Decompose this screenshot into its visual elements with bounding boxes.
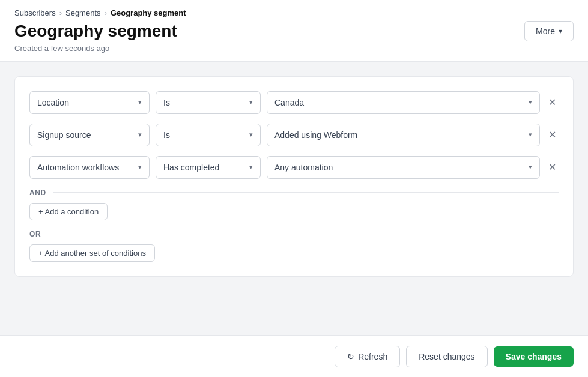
condition-2-type-value: Signup source <box>37 130 91 140</box>
breadcrumb-current: Geography segment <box>111 8 186 17</box>
page-subtitle: Created a few seconds ago <box>14 44 177 53</box>
condition-2-operator-value: Is <box>163 130 170 140</box>
condition-3-value-text: Any automation <box>274 163 333 172</box>
refresh-button[interactable]: ↻ Refresh <box>335 346 400 367</box>
condition-row-2: Signup source ▾ Is ▾ Added using Webform… <box>29 124 559 146</box>
refresh-icon: ↻ <box>347 352 354 361</box>
refresh-label: Refresh <box>358 352 387 361</box>
condition-1-operator-select[interactable]: Is ▾ <box>156 91 261 114</box>
condition-3-type-select[interactable]: Automation workflows ▾ <box>29 156 150 179</box>
condition-3-value-select[interactable]: Any automation ▾ <box>267 156 540 179</box>
chevron-down-icon: ▾ <box>249 98 253 106</box>
condition-1-remove-button[interactable]: ✕ <box>546 95 559 110</box>
breadcrumb-segments[interactable]: Segments <box>65 8 101 17</box>
add-another-conditions-button[interactable]: + Add another set of conditions <box>29 244 155 262</box>
footer-actions: ↻ Refresh Reset changes Save changes <box>0 336 588 377</box>
breadcrumb-subscribers[interactable]: Subscribers <box>14 8 56 17</box>
condition-1-operator-value: Is <box>163 98 170 107</box>
condition-2-value-text: Added using Webform <box>274 130 357 140</box>
chevron-down-icon: ▾ <box>249 131 253 139</box>
add-condition-label: + Add a condition <box>38 207 99 216</box>
condition-2-operator-select[interactable]: Is ▾ <box>156 124 261 146</box>
breadcrumb-sep-2: › <box>105 8 107 17</box>
add-condition-button[interactable]: + Add a condition <box>29 203 108 220</box>
save-label: Save changes <box>506 352 562 361</box>
chevron-down-icon: ▾ <box>138 163 142 171</box>
chevron-down-icon: ▾ <box>529 98 532 106</box>
chevron-down-icon: ▾ <box>529 163 532 171</box>
breadcrumb: Subscribers › Segments › Geography segme… <box>14 8 574 17</box>
chevron-down-icon: ▾ <box>559 27 562 35</box>
more-button[interactable]: More ▾ <box>524 21 574 41</box>
condition-3-operator-select[interactable]: Has completed ▾ <box>156 156 261 179</box>
more-label: More <box>536 26 555 36</box>
condition-1-value-select[interactable]: Canada ▾ <box>267 91 540 114</box>
chevron-down-icon: ▾ <box>138 98 142 106</box>
condition-3-remove-button[interactable]: ✕ <box>546 160 559 175</box>
condition-row-1: Location ▾ Is ▾ Canada ▾ ✕ <box>29 91 559 114</box>
page-title: Geography segment <box>14 21 177 41</box>
condition-3-operator-value: Has completed <box>163 163 219 172</box>
reset-changes-button[interactable]: Reset changes <box>406 346 487 367</box>
add-another-label: + Add another set of conditions <box>38 249 146 258</box>
chevron-down-icon: ▾ <box>138 131 142 139</box>
condition-2-remove-button[interactable]: ✕ <box>546 128 559 142</box>
condition-1-type-value: Location <box>37 98 69 107</box>
segment-card: Location ▾ Is ▾ Canada ▾ ✕ <box>14 76 574 277</box>
and-divider: AND <box>29 188 559 197</box>
chevron-down-icon: ▾ <box>529 131 532 139</box>
condition-2-value-select[interactable]: Added using Webform ▾ <box>267 124 540 146</box>
chevron-down-icon: ▾ <box>249 163 253 171</box>
condition-2-type-select[interactable]: Signup source ▾ <box>29 124 150 146</box>
condition-3-type-value: Automation workflows <box>37 163 119 172</box>
reset-label: Reset changes <box>419 352 474 361</box>
or-divider: OR <box>29 230 559 238</box>
condition-1-type-select[interactable]: Location ▾ <box>29 91 150 114</box>
condition-row-3: Automation workflows ▾ Has completed ▾ A… <box>29 156 559 179</box>
or-label: OR <box>29 230 41 238</box>
condition-1-value-text: Canada <box>274 98 304 107</box>
breadcrumb-sep-1: › <box>59 8 62 17</box>
save-changes-button[interactable]: Save changes <box>494 346 574 367</box>
and-label: AND <box>29 188 46 197</box>
